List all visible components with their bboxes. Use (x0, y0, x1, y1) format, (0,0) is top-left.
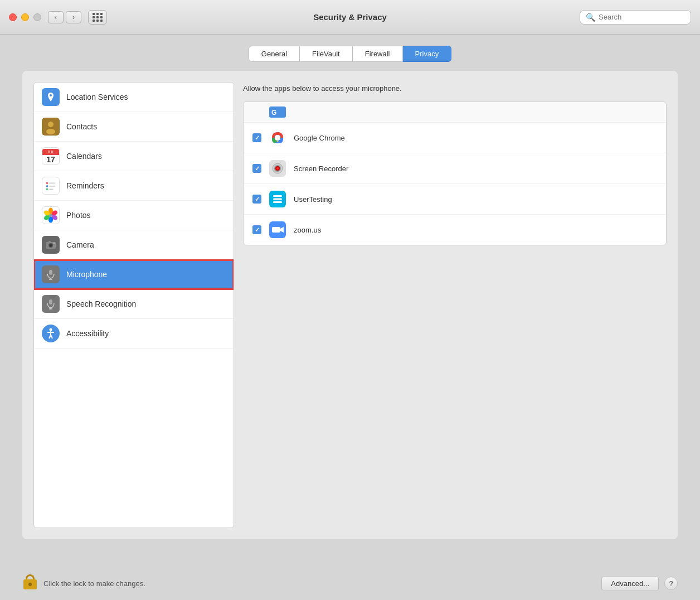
table-row: UserTesting (244, 184, 666, 215)
sidebar-item-label-calendars: Calendars (66, 152, 102, 161)
minimize-button[interactable] (21, 13, 29, 21)
app-list: G (243, 101, 667, 245)
sidebar-item-contacts[interactable]: Contacts (34, 112, 234, 142)
sidebar-item-photos[interactable]: Photos (34, 201, 234, 230)
microphone-icon (42, 265, 60, 283)
right-panel: Allow the apps below to access your micr… (243, 82, 667, 528)
chrome-checkbox[interactable] (252, 133, 261, 142)
sidebar-item-reminders[interactable]: Reminders (34, 171, 234, 201)
screenrecorder-checkbox[interactable] (252, 164, 261, 173)
panel: Location Services Contacts JUL 17 (22, 71, 678, 539)
search-bar[interactable]: 🔍 (580, 10, 691, 25)
svg-line-32 (51, 335, 52, 338)
lock-text: Click the lock to make changes. (43, 579, 145, 588)
sidebar-item-calendars[interactable]: JUL 17 Calendars (34, 142, 234, 171)
sidebar-item-microphone[interactable]: Microphone (34, 260, 234, 289)
tabs-container: General FileVault Firewall Privacy (249, 46, 451, 62)
table-row: Google Chrome (244, 123, 666, 153)
svg-point-8 (46, 188, 48, 191)
sidebar-item-label-contacts: Contacts (66, 122, 97, 131)
bottom-right: Advanced... ? (601, 576, 678, 591)
lock-area[interactable]: Click the lock to make changes. (22, 574, 145, 592)
screen-recorder-app-name: Screen Recorder (294, 164, 348, 173)
zoom-icon (269, 221, 286, 238)
sidebar-item-label-speech: Speech Recognition (66, 299, 136, 308)
help-button[interactable]: ? (664, 577, 678, 590)
grid-view-button[interactable] (88, 10, 107, 25)
svg-rect-7 (49, 186, 55, 187)
calendars-icon: JUL 17 (42, 147, 60, 165)
svg-rect-51 (272, 227, 280, 233)
window-title: Security & Privacy (313, 12, 387, 22)
svg-rect-20 (48, 241, 51, 243)
sidebar-item-location[interactable]: Location Services (34, 83, 234, 112)
tab-filevault[interactable]: FileVault (300, 46, 353, 62)
usertesting-checkbox[interactable] (252, 195, 261, 204)
svg-point-4 (46, 182, 48, 185)
usertesting-app-name: UserTesting (294, 195, 332, 204)
svg-point-1 (48, 122, 54, 127)
sidebar-item-label-accessibility: Accessibility (66, 329, 109, 338)
usertesting-icon (269, 191, 286, 207)
svg-rect-49 (273, 201, 282, 203)
sidebar-item-label-reminders: Reminders (66, 181, 104, 190)
sidebar-item-label-camera: Camera (66, 240, 94, 249)
grid-icon (93, 13, 103, 22)
table-row: zoom.us (244, 215, 666, 245)
svg-point-21 (54, 243, 55, 244)
tab-firewall[interactable]: Firewall (353, 46, 403, 62)
contacts-icon (42, 118, 60, 136)
sidebar: Location Services Contacts JUL 17 (33, 82, 234, 528)
sidebar-item-accessibility[interactable]: Accessibility (34, 319, 234, 349)
forward-button[interactable]: › (66, 11, 81, 23)
sidebar-item-speech[interactable]: Speech Recognition (34, 289, 234, 319)
sidebar-item-label-microphone: Microphone (66, 270, 107, 279)
photos-icon (42, 206, 60, 224)
accessibility-icon (42, 325, 60, 342)
svg-rect-25 (49, 299, 52, 304)
screen-recorder-icon (269, 160, 286, 177)
svg-point-6 (46, 185, 48, 187)
bottom-bar: Click the lock to make changes. Advanced… (0, 567, 700, 600)
location-icon (42, 88, 60, 106)
titlebar: ‹ › Security & Privacy 🔍 (0, 0, 700, 35)
tab-general[interactable]: General (249, 46, 300, 62)
svg-point-40 (275, 135, 280, 141)
svg-text:G: G (271, 109, 276, 117)
svg-rect-9 (49, 189, 53, 190)
reminders-icon (42, 177, 60, 195)
zoom-app-name: zoom.us (294, 226, 321, 234)
lock-body (23, 579, 37, 589)
svg-rect-5 (49, 182, 55, 183)
main-content: General FileVault Firewall Privacy Locat… (0, 35, 700, 567)
table-row: G (244, 102, 666, 123)
svg-rect-22 (49, 270, 52, 275)
sidebar-item-camera[interactable]: Camera (34, 230, 234, 260)
lock-keyhole (28, 583, 32, 586)
svg-point-45 (276, 167, 279, 170)
svg-rect-48 (273, 199, 282, 200)
tab-privacy[interactable]: Privacy (403, 46, 452, 62)
advanced-button[interactable]: Advanced... (601, 576, 659, 591)
maximize-button[interactable] (33, 13, 41, 21)
table-row: Screen Recorder (244, 153, 666, 184)
svg-point-28 (50, 328, 52, 331)
search-icon: 🔍 (586, 13, 595, 22)
svg-rect-47 (273, 195, 282, 197)
partial-checkbox (252, 108, 261, 117)
close-button[interactable] (9, 13, 17, 21)
lock-icon (22, 574, 38, 592)
right-description: Allow the apps below to access your micr… (243, 82, 667, 95)
svg-point-19 (50, 244, 52, 247)
camera-icon (42, 236, 60, 254)
zoom-checkbox[interactable] (252, 225, 261, 234)
chrome-app-name: Google Chrome (294, 134, 345, 142)
search-input[interactable] (599, 13, 685, 21)
svg-point-2 (46, 129, 55, 134)
sidebar-item-label-location: Location Services (66, 93, 128, 101)
window-controls (9, 13, 41, 21)
back-button[interactable]: ‹ (48, 11, 64, 23)
partial-icon: G (269, 107, 286, 118)
speech-icon (42, 295, 60, 313)
chrome-icon (269, 129, 286, 146)
